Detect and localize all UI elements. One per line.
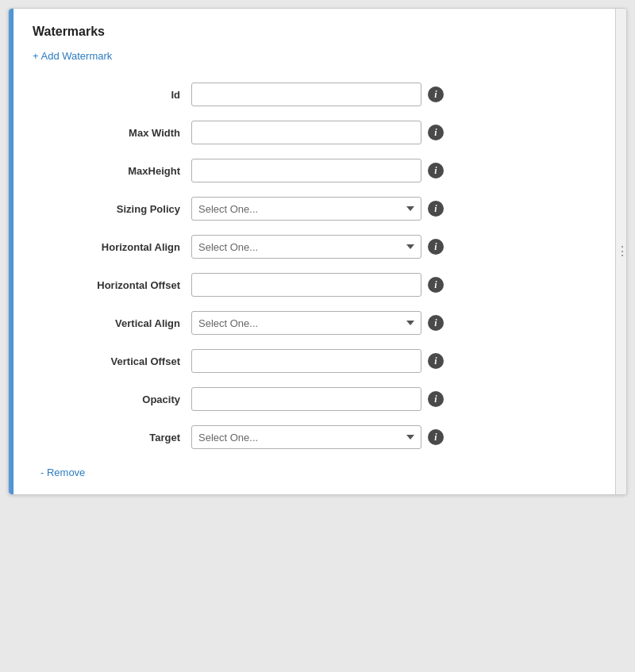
horizontal-offset-label: Horizontal Offset <box>33 279 191 291</box>
vertical-offset-input[interactable] <box>191 349 421 373</box>
sizing-policy-info-icon[interactable]: i <box>428 201 444 217</box>
watermarks-panel: ⋮ Watermarks + Add Watermark Id i Max Wi… <box>8 8 627 495</box>
sizing-policy-control-wrapper: Select One... i <box>191 197 595 221</box>
max-width-control-wrapper: i <box>191 121 595 144</box>
vertical-align-control-wrapper: Select One... i <box>191 311 595 335</box>
target-select[interactable]: Select One... <box>191 425 421 449</box>
max-height-control-wrapper: i <box>191 159 595 182</box>
vertical-align-select[interactable]: Select One... <box>191 311 421 335</box>
target-info-icon[interactable]: i <box>428 429 444 445</box>
max-height-info-icon[interactable]: i <box>428 163 444 179</box>
left-accent-bar <box>9 9 13 494</box>
vertical-align-row: Vertical Align Select One... i <box>33 311 595 335</box>
max-height-label: MaxHeight <box>33 165 191 177</box>
vertical-offset-row: Vertical Offset i <box>33 349 595 373</box>
id-control-wrapper: i <box>191 83 595 106</box>
vertical-offset-control-wrapper: i <box>191 349 595 373</box>
remove-watermark-link[interactable]: - Remove <box>40 467 85 478</box>
horizontal-align-control-wrapper: Select One... i <box>191 235 595 259</box>
vertical-align-label: Vertical Align <box>33 317 191 329</box>
target-label: Target <box>33 432 191 444</box>
horizontal-align-info-icon[interactable]: i <box>428 239 444 255</box>
opacity-info-icon[interactable]: i <box>428 391 444 407</box>
max-height-input[interactable] <box>191 159 421 182</box>
horizontal-offset-info-icon[interactable]: i <box>428 277 444 293</box>
scrollbar-indicator: ⋮ <box>616 245 627 258</box>
watermark-form: Id i Max Width i MaxHeight i <box>33 83 595 449</box>
vertical-offset-info-icon[interactable]: i <box>428 353 444 369</box>
max-width-label: Max Width <box>33 127 191 139</box>
horizontal-offset-row: Horizontal Offset i <box>33 273 595 297</box>
scrollbar[interactable]: ⋮ <box>615 9 626 494</box>
id-label: Id <box>33 89 191 101</box>
opacity-control-wrapper: i <box>191 387 595 411</box>
target-row: Target Select One... i <box>33 425 595 449</box>
max-width-row: Max Width i <box>33 121 595 144</box>
page-title: Watermarks <box>33 25 595 39</box>
horizontal-align-label: Horizontal Align <box>33 241 191 253</box>
horizontal-offset-control-wrapper: i <box>191 273 595 297</box>
max-height-row: MaxHeight i <box>33 159 595 182</box>
opacity-input[interactable] <box>191 387 421 411</box>
id-row: Id i <box>33 83 595 106</box>
sizing-policy-row: Sizing Policy Select One... i <box>33 197 595 221</box>
sizing-policy-select[interactable]: Select One... <box>191 197 421 221</box>
horizontal-align-row: Horizontal Align Select One... i <box>33 235 595 259</box>
id-info-icon[interactable]: i <box>428 86 444 102</box>
horizontal-offset-input[interactable] <box>191 273 421 297</box>
add-watermark-link[interactable]: + Add Watermark <box>33 50 112 62</box>
vertical-offset-label: Vertical Offset <box>33 355 191 367</box>
main-content: Watermarks + Add Watermark Id i Max Widt… <box>25 25 610 478</box>
opacity-label: Opacity <box>33 394 191 405</box>
target-control-wrapper: Select One... i <box>191 425 595 449</box>
vertical-align-info-icon[interactable]: i <box>428 315 444 331</box>
id-input[interactable] <box>191 83 421 106</box>
max-width-input[interactable] <box>191 121 421 144</box>
sizing-policy-label: Sizing Policy <box>33 203 191 215</box>
max-width-info-icon[interactable]: i <box>428 125 444 140</box>
opacity-row: Opacity i <box>33 387 595 411</box>
horizontal-align-select[interactable]: Select One... <box>191 235 421 259</box>
